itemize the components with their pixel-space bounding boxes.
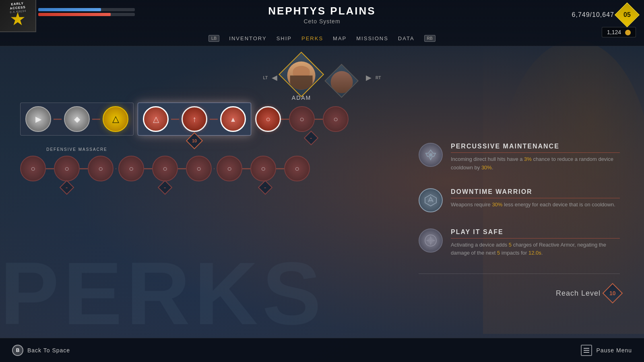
perk-node-1-3[interactable]: △ — [103, 106, 128, 132]
perk-node-2-3[interactable]: ▴ — [220, 106, 246, 132]
right-bumper-label[interactable]: RB — [424, 35, 436, 42]
perk-node-3-1[interactable]: ○ — [255, 106, 281, 132]
perk-node-r2-2-2[interactable]: ○ — [152, 156, 178, 181]
downtime-name: DOWNTIME WARRIOR — [451, 188, 620, 198]
credits-bar: 6,749/10,647 05 — [572, 6, 636, 24]
char-nav-right: ▶ RT — [366, 73, 381, 82]
nav-data[interactable]: DATA — [398, 35, 415, 41]
perk-group-r2-1-nodes: ○ ○ ○ — [20, 156, 114, 181]
nav-inventory[interactable]: INVENTORY — [229, 35, 266, 41]
reach-level-label: Reach Level — [556, 289, 601, 298]
perk-group-1-label: DEFENSIVE MASSACRE — [46, 147, 107, 152]
inactive-character-portrait[interactable] — [325, 64, 359, 98]
perk-node-1-2[interactable]: ◆ — [64, 106, 90, 132]
left-trigger-label: LT — [263, 76, 268, 80]
level-value: 05 — [623, 11, 631, 19]
perk-node-r2-2-3-icon: ○ — [196, 164, 201, 173]
percussive-highlight-1: 3% — [524, 156, 532, 162]
back-button-label: Back To Space — [27, 347, 70, 354]
play-it-safe-name: PLAY IT SAFE — [451, 228, 620, 239]
connector-5 — [281, 119, 289, 120]
pause-menu-button[interactable]: Pause Menu — [581, 345, 632, 356]
perk-node-r2-3-2[interactable]: ○ — [250, 156, 276, 181]
nav-perks[interactable]: PERKS — [301, 35, 323, 41]
perk-node-r2-1-3-icon: ○ — [98, 164, 103, 173]
perk-node-r2-2-1-icon: ○ — [129, 164, 134, 173]
back-button-b[interactable]: B — [12, 345, 23, 356]
connector-r2-6 — [276, 168, 284, 169]
nav-missions[interactable]: MISSIONS — [356, 35, 388, 41]
percussive-highlight-2: 30% — [481, 165, 492, 171]
back-to-space-button[interactable]: B Back To Space — [12, 345, 70, 356]
perk-group-r2-3-nodes: ○ ○ ○ — [217, 156, 310, 181]
group-separator-r2-1 — [116, 168, 116, 169]
svg-point-9 — [429, 239, 432, 242]
perk-node-r2-1-3[interactable]: ○ — [88, 156, 114, 181]
perk-grid-area: ▶ ◆ △ DEFENSIVE MASSACRE — [20, 103, 310, 181]
percussive-name: PERCUSSIVE MAINTENANCE — [451, 143, 620, 153]
active-character-portrait-container: ADAM — [285, 58, 318, 101]
perk-node-2-1[interactable]: △ — [143, 106, 169, 132]
downtime-text: DOWNTIME WARRIOR Weapons require 30% les… — [451, 188, 620, 209]
perk-node-r2-2-1[interactable]: ○ — [118, 156, 144, 181]
pause-button-lines-icon[interactable] — [581, 345, 592, 356]
perk-dash-r2-1: - — [66, 184, 68, 191]
btn-line-3 — [584, 352, 589, 353]
perk-node-3-3[interactable]: ○ — [323, 106, 349, 132]
perk-group-1-box: ▶ ◆ △ — [20, 103, 134, 136]
svg-marker-8 — [432, 239, 436, 242]
xp-current: 6,749 — [572, 11, 590, 18]
svg-marker-6 — [429, 242, 432, 245]
top-bar: EARLYACCESS0.4.4|6|34 NEPHTYS PLAINS Cet… — [0, 0, 644, 46]
perk-detail-play-it-safe: PLAY IT SAFE Activating a device adds 5 … — [419, 228, 620, 258]
perk-row-2: ○ ○ ○ - — [20, 156, 310, 181]
play-it-safe-highlight-2: 5 — [497, 250, 500, 256]
perk-group-r2-2-nodes: ○ ○ ○ — [118, 156, 212, 181]
perk-node-r2-3-1[interactable]: ○ — [217, 156, 242, 181]
coins-value: 1,124 — [607, 29, 621, 35]
perk-group-1: ▶ ◆ △ DEFENSIVE MASSACRE — [20, 103, 134, 136]
perk-node-3-1-icon: ○ — [266, 115, 270, 124]
pause-menu-label: Pause Menu — [596, 347, 632, 354]
connector-r2-5 — [242, 168, 250, 169]
svg-point-1 — [429, 153, 432, 156]
perk-dash-indicator-3: - — [304, 131, 319, 146]
perk-node-1-1-icon: ▶ — [35, 114, 41, 124]
right-trigger-label: RT — [376, 76, 381, 80]
downtime-desc: Weapons require 30% less energy for each… — [451, 201, 620, 209]
nav-ship[interactable]: SHIP — [277, 35, 292, 41]
xp-display: 6,749/10,647 — [572, 11, 614, 19]
perk-dash-r2-2: - — [164, 184, 166, 191]
character-selector: LT ◀ ADAM ▶ RT — [263, 54, 381, 101]
perk-node-r2-1-2[interactable]: ○ — [54, 156, 80, 181]
reach-level-container: Reach Level 10 — [419, 282, 620, 304]
perk-group-2-box: △ ↑ ▴ — [138, 103, 251, 136]
btn-line-2 — [584, 350, 589, 351]
reach-level-diamond: 10 — [603, 283, 623, 304]
active-character-portrait[interactable] — [279, 51, 324, 97]
play-it-safe-icon — [419, 228, 443, 253]
percussive-icon-svg — [424, 148, 437, 161]
left-bumper-label[interactable]: LB — [208, 35, 219, 42]
prev-char-button[interactable]: ◀ — [272, 73, 277, 82]
perk-group-3-nodes: ○ ○ ○ — [255, 106, 349, 132]
perk-node-r2-3-3[interactable]: ○ — [284, 156, 310, 181]
connector-r2-2 — [80, 168, 88, 169]
char-nav-left: LT ◀ — [263, 73, 277, 82]
nav-map[interactable]: MAP — [333, 35, 347, 41]
perk-group-3: ○ ○ ○ - — [255, 106, 349, 132]
perk-detail-downtime: DOWNTIME WARRIOR Weapons require 30% les… — [419, 188, 620, 212]
perk-node-3-2[interactable]: ○ — [289, 106, 315, 132]
perk-node-r2-1-1-icon: ○ — [31, 164, 35, 173]
perk-node-2-2[interactable]: ↑ — [182, 106, 207, 132]
svg-marker-7 — [426, 239, 429, 242]
perk-node-1-1[interactable]: ▶ — [25, 106, 51, 132]
center-header: NEPHTYS PLAINS Ceto System — [268, 5, 376, 25]
inactive-character-container — [330, 69, 354, 93]
perk-group-2: △ ↑ ▴ 10 — [138, 103, 251, 136]
location-subtitle: Ceto System — [268, 18, 376, 25]
perk-node-1-2-icon: ◆ — [74, 114, 80, 124]
perk-node-r2-2-3[interactable]: ○ — [186, 156, 212, 181]
next-char-button[interactable]: ▶ — [366, 73, 372, 82]
perk-node-r2-1-1[interactable]: ○ — [20, 156, 46, 181]
